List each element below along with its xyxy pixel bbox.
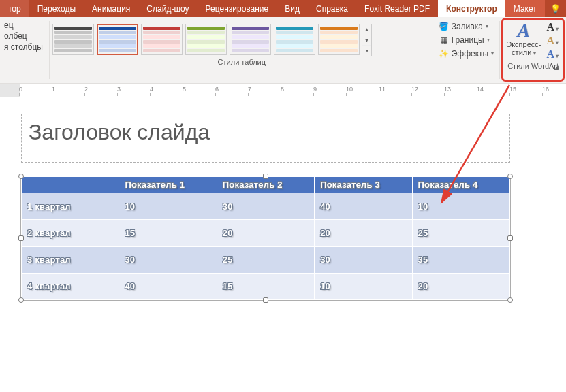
table-styles-gallery[interactable]: ▲▼▾ (52, 20, 431, 56)
text-effects-button[interactable]: A▾ (545, 48, 560, 61)
table-style-thumb[interactable] (230, 24, 271, 55)
text-fill-button[interactable]: A▾ (545, 21, 560, 33)
borders-button[interactable]: ▦ Границы ▾ (439, 33, 494, 47)
tell-me-icon[interactable]: 💡 (545, 0, 566, 17)
tab-layout[interactable]: Макет (505, 0, 545, 17)
table-header-cell[interactable]: Показатель 1 (119, 177, 217, 193)
shading-borders-group: 🪣 Заливка ▾ ▦ Границы ▾ ✨ Эффекты ▾ (434, 17, 500, 83)
gallery-more[interactable]: ▲▼▾ (362, 24, 372, 56)
table-row[interactable]: 1 квартал10304010 (22, 193, 510, 220)
ribbon-tabstrip: тор Переходы Анимация Слайд-шоу Рецензир… (0, 0, 566, 17)
tab-animation[interactable]: Анимация (84, 0, 138, 17)
dialog-launcher-icon[interactable]: ◢ (552, 63, 560, 71)
shading-button[interactable]: 🪣 Заливка ▾ (439, 20, 494, 33)
table-style-thumb[interactable] (185, 24, 227, 55)
borders-icon: ▦ (439, 35, 449, 45)
table-header-cell[interactable]: Показатель 3 (315, 177, 412, 193)
tab-slideshow[interactable]: Слайд-шоу (138, 0, 197, 17)
horizontal-ruler[interactable]: 1615141312111098765432101234567891011121… (0, 84, 566, 97)
table-header-cell[interactable]: Показатель 2 (217, 177, 314, 193)
resize-handle[interactable] (507, 235, 513, 241)
title-placeholder[interactable]: Заголовок слайда (21, 114, 510, 163)
wordart-group-highlight: A Экспресс- стили ▾ A▾ A▾ A▾ Стили WordA… (501, 18, 565, 82)
tab-help[interactable]: Справка (308, 0, 356, 17)
effects-button[interactable]: ✨ Эффекты ▾ (439, 47, 494, 61)
resize-handle[interactable] (507, 297, 513, 303)
styles-group-label: Стили таблиц (52, 56, 431, 67)
resize-handle[interactable] (263, 174, 268, 179)
paint-bucket-icon: 🪣 (439, 22, 449, 31)
table-style-thumb[interactable] (97, 24, 138, 55)
tab-design[interactable]: Конструктор (438, 0, 505, 17)
ribbon: ец олбец я столбцы ▲▼▾ Стили таблиц 🪣 За… (0, 17, 566, 84)
table-row[interactable]: 2 квартал15202025 (22, 220, 510, 246)
tab-transitions[interactable]: Переходы (29, 0, 84, 17)
wordart-quick-styles[interactable]: A Экспресс- стили ▾ (506, 21, 541, 61)
wordart-letter-A-icon: A (517, 21, 530, 40)
slide-title[interactable]: Заголовок слайда (29, 120, 503, 144)
table-row[interactable]: 4 квартал40151020 (22, 273, 510, 299)
table-style-thumb[interactable] (274, 24, 315, 55)
table-header-cell[interactable]: Показатель 4 (412, 177, 509, 193)
table-style-thumb[interactable] (318, 24, 360, 55)
resize-handle[interactable] (18, 235, 24, 241)
table-object[interactable]: Показатель 1Показатель 2Показатель 3Пока… (21, 176, 510, 300)
resize-handle[interactable] (263, 297, 268, 303)
table-header-cell[interactable] (22, 177, 119, 193)
tab-review[interactable]: Рецензирование (198, 0, 277, 17)
tab-foxit[interactable]: Foxit Reader PDF (356, 0, 438, 17)
resize-handle[interactable] (18, 174, 24, 179)
slide-canvas[interactable]: Заголовок слайда Показатель 1Показатель … (0, 97, 566, 392)
wordart-group-label: Стили WordArt ◢ (506, 61, 560, 71)
slide: Заголовок слайда Показатель 1Показатель … (21, 114, 529, 392)
data-table[interactable]: Показатель 1Показатель 2Показатель 3Пока… (21, 176, 510, 300)
resize-handle[interactable] (18, 297, 24, 303)
effects-icon: ✨ (439, 49, 449, 59)
table-style-thumb[interactable] (52, 24, 94, 55)
tab-prev[interactable]: тор (0, 0, 29, 17)
header-row-options: ец олбец я столбцы (0, 17, 49, 83)
table-style-thumb[interactable] (141, 24, 183, 55)
text-outline-button[interactable]: A▾ (545, 35, 560, 47)
resize-handle[interactable] (507, 174, 513, 179)
tab-view[interactable]: Вид (277, 0, 308, 17)
table-row[interactable]: 3 квартал30253035 (22, 246, 510, 273)
